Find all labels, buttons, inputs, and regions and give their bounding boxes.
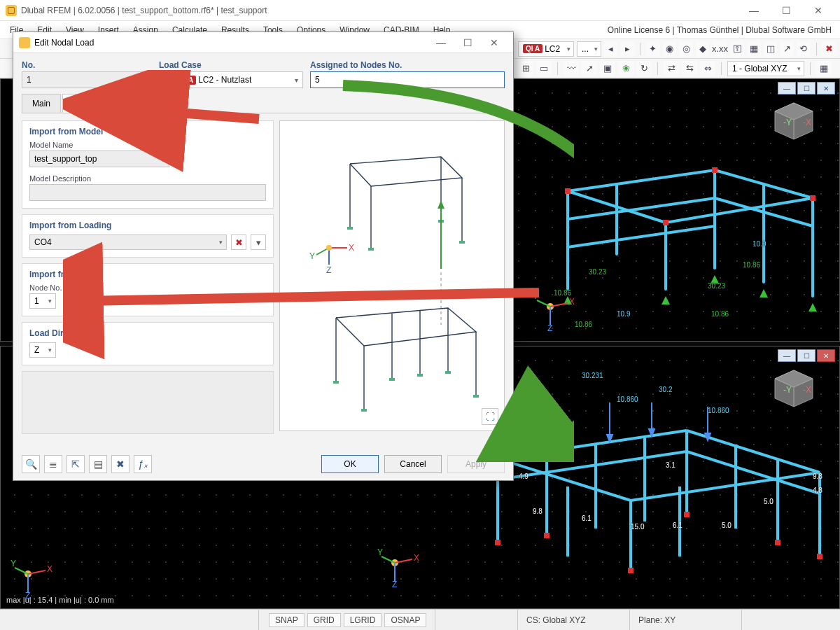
dialog-maximize-button[interactable]: ☐: [454, 33, 481, 52]
view-icon-2[interactable]: ◉: [663, 41, 677, 57]
vp-minimize-icon[interactable]: —: [778, 82, 796, 94]
viewport-top-controls: — ☐ ✕: [778, 82, 835, 94]
group-import-loading: Import from Loading CO4 ✖ ▾: [22, 214, 274, 258]
nav-cube[interactable]: -Y -X: [769, 100, 818, 142]
svg-text:Z: Z: [392, 580, 397, 587]
group-import-model: Import from Model Model Name test_suppor…: [22, 120, 274, 209]
loadcase-selector[interactable]: QI A LC2: [518, 41, 574, 57]
ok-button[interactable]: OK: [321, 455, 379, 473]
loadcase-combo[interactable]: QI A LC2 - Nutzlast: [159, 71, 303, 88]
refresh-icon[interactable]: ↻: [636, 61, 652, 76]
prev-button[interactable]: ◂: [604, 41, 618, 57]
axis-gizmo-2b: X Y Z: [377, 545, 419, 587]
svg-rect-20: [810, 195, 816, 201]
dialog-minimize-button[interactable]: —: [428, 33, 454, 52]
vp-close-icon[interactable]: ✕: [817, 82, 835, 94]
title-bar: Dlubal RFEM | 6.02.0056 | test_support_b…: [0, 0, 840, 21]
loading-menu-icon[interactable]: ▾: [251, 234, 266, 250]
val: 30.2: [659, 386, 672, 393]
view-icon-9[interactable]: ↗: [780, 41, 794, 57]
model-desc-input[interactable]: [29, 184, 266, 201]
pick-icon[interactable]: ⇱: [66, 455, 85, 473]
dialog-title: Edit Nodal Load: [34, 38, 94, 48]
tool-icon-2[interactable]: ▭: [536, 61, 552, 76]
chart-icon[interactable]: 〰: [564, 61, 579, 76]
maximize-button[interactable]: ☐: [770, 0, 802, 21]
hint-icon[interactable]: 🔍: [22, 455, 40, 473]
dialog-title-bar[interactable]: Edit Nodal Load — ☐ ✕: [13, 32, 513, 53]
svg-rect-68: [628, 568, 634, 573]
view-icon-5[interactable]: x.xx: [712, 41, 727, 57]
view-icon-7[interactable]: ▦: [747, 41, 761, 57]
delete-icon[interactable]: ✖: [111, 455, 130, 473]
view-icon-10[interactable]: ⟲: [797, 41, 811, 57]
dim-icon-1[interactable]: ⇄: [664, 61, 679, 76]
lgrid-toggle[interactable]: LGRID: [344, 613, 382, 627]
tab-main[interactable]: Main: [22, 94, 61, 113]
cancel-button[interactable]: Cancel: [384, 455, 442, 473]
view-icon-4[interactable]: ◆: [696, 41, 710, 57]
svg-line-44: [687, 451, 820, 493]
status-bar: SNAP GRID LGRID OSNAP CS: Global XYZ Pla…: [0, 609, 840, 630]
no-input[interactable]: [22, 71, 152, 88]
grid-toggle[interactable]: GRID: [307, 613, 341, 627]
clear-loading-icon[interactable]: ✖: [231, 234, 246, 250]
coord-system-combo[interactable]: 1 - Global XYZ: [727, 61, 804, 76]
minimize-button[interactable]: —: [738, 0, 770, 21]
dialog-left-panel: Import from Model Model Name test_suppor…: [22, 120, 274, 440]
tool-icon-1[interactable]: ⊞: [518, 61, 533, 76]
status-cs: CS: Global XYZ: [518, 610, 630, 630]
view-icon-6[interactable]: ⚿: [730, 41, 744, 57]
svg-line-41: [498, 458, 631, 500]
assigned-nodes-input[interactable]: [310, 71, 505, 88]
calc-icon[interactable]: ≣: [44, 455, 62, 473]
viewport-bottom-controls: — ☐ ✕: [778, 349, 835, 362]
node-no-combo[interactable]: 1: [29, 293, 56, 309]
dim-icon-3[interactable]: ⇔: [700, 61, 715, 76]
settings-icon[interactable]: ▦: [816, 61, 832, 76]
svg-text:-X: -X: [803, 385, 811, 395]
tab-from-support-reaction[interactable]: From Support Reaction: [62, 94, 170, 113]
preview-zoom-icon[interactable]: ⛶: [482, 408, 498, 425]
snap-toggle[interactable]: SNAP: [269, 613, 304, 627]
osnap-toggle[interactable]: OSNAP: [384, 613, 426, 627]
svg-marker-57: [544, 439, 550, 446]
dialog-close-button[interactable]: ✕: [481, 33, 507, 52]
arrow-icon[interactable]: ➚: [582, 61, 597, 76]
app-title: Dlubal RFEM | 6.02.0056 | test_support_b…: [21, 6, 267, 15]
model-name-combo[interactable]: test_support_top: [29, 150, 169, 167]
svg-rect-71: [684, 512, 690, 517]
svg-text:-Y: -Y: [783, 385, 792, 395]
view-icon-8[interactable]: ◫: [764, 41, 778, 57]
assigned-label: Assigned to Nodes No.: [310, 60, 505, 70]
vp-maximize-icon[interactable]: ☐: [797, 82, 816, 94]
svg-rect-69: [817, 554, 822, 559]
flag-icon[interactable]: ❀: [618, 61, 634, 76]
vp-minimize-icon[interactable]: —: [778, 349, 796, 362]
preview-panel: X Y Z ⛶: [279, 120, 505, 431]
val: 10.86: [575, 321, 592, 328]
combo-extra[interactable]: ...: [577, 41, 601, 57]
vp-close-icon[interactable]: ✕: [817, 349, 835, 362]
val: 10.86: [711, 310, 729, 318]
help-icon[interactable]: ✖: [822, 41, 836, 57]
val: 10.860: [708, 407, 729, 414]
close-button[interactable]: ✕: [802, 0, 834, 21]
val: 4.8: [813, 486, 822, 494]
val: 30.231: [582, 372, 603, 379]
view-icon-1[interactable]: ✦: [646, 41, 660, 57]
vp-maximize-icon[interactable]: ☐: [797, 349, 816, 362]
view-icon-3[interactable]: ◎: [679, 41, 693, 57]
fx-icon[interactable]: ƒₓ: [134, 455, 152, 473]
apply-button[interactable]: Apply: [447, 455, 505, 473]
load-direction-combo[interactable]: Z: [29, 342, 56, 358]
val: 10.9: [617, 310, 630, 318]
next-button[interactable]: ▸: [620, 41, 634, 57]
dim-icon-2[interactable]: ⇆: [682, 61, 697, 76]
svg-line-10: [568, 226, 715, 247]
val: 10.86: [743, 261, 760, 269]
layer-icon[interactable]: ▤: [89, 455, 107, 473]
box-icon[interactable]: ▣: [600, 61, 615, 76]
loading-combo[interactable]: CO4: [29, 234, 227, 250]
svg-text:X: X: [47, 564, 52, 574]
